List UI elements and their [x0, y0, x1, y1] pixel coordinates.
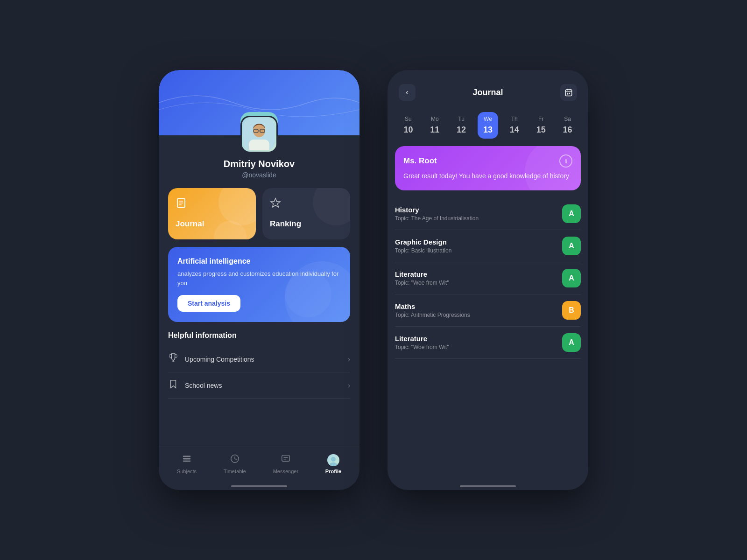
- day-name-th: Th: [511, 116, 518, 122]
- journal-card[interactable]: Journal: [168, 188, 256, 239]
- day-sa[interactable]: Sa 16: [557, 112, 578, 139]
- day-su[interactable]: Su 10: [398, 112, 418, 139]
- teacher-info-button[interactable]: ℹ: [559, 154, 572, 168]
- subjects-icon: [182, 454, 192, 466]
- ranking-card-icon: [270, 197, 343, 211]
- grade-literature: A: [562, 269, 581, 287]
- subject-name-literature: Literature: [395, 270, 562, 278]
- back-button[interactable]: ‹: [399, 84, 416, 101]
- timetable-icon: [230, 454, 240, 466]
- helpful-title: Helpful information: [168, 331, 350, 340]
- subject-name-history: History: [395, 206, 562, 214]
- journal-title: Journal: [472, 88, 503, 98]
- helpful-section: Helpful information Upcoming Competition…: [159, 322, 359, 447]
- profile-handle: @novaslide: [168, 171, 350, 179]
- day-fr[interactable]: Fr 15: [531, 112, 551, 139]
- ranking-card-label: Ranking: [270, 219, 343, 229]
- svg-rect-30: [567, 94, 568, 95]
- ai-title: Artificial intelligence: [177, 257, 341, 266]
- subject-literature: Literature Topic: "Woe from Wit" A: [395, 262, 581, 294]
- grade-maths: B: [562, 301, 581, 320]
- day-name-we: We: [484, 116, 492, 122]
- day-num-mo: 11: [430, 125, 439, 135]
- profile-name: Dmitriy Novikov: [168, 159, 350, 169]
- journal-header: ‹ Journal: [388, 70, 588, 108]
- day-name-fr: Fr: [538, 116, 543, 122]
- grade-graphic-design: A: [562, 237, 581, 255]
- profile-label: Profile: [325, 469, 341, 474]
- subjects-list: History Topic: The Age of Industrialisat…: [388, 198, 588, 483]
- day-name-sa: Sa: [564, 116, 571, 122]
- subject-topic-graphic-design: Topic: Basic illustration: [395, 247, 562, 254]
- upcoming-competitions-item[interactable]: Upcoming Competitions ›: [168, 346, 350, 372]
- bookmark-icon: [168, 379, 181, 392]
- day-th[interactable]: Th 14: [504, 112, 525, 139]
- nav-timetable[interactable]: Timetable: [219, 454, 251, 474]
- right-phone: ‹ Journal Su 10 Mo 11 Tu 12: [388, 70, 588, 490]
- teacher-header: Ms. Root ℹ: [403, 154, 572, 168]
- day-we[interactable]: We 13: [478, 112, 498, 139]
- avatar: [240, 116, 278, 153]
- info-icon: ℹ: [565, 158, 567, 165]
- school-news-item[interactable]: School news ›: [168, 372, 350, 399]
- calendar-button[interactable]: [560, 84, 577, 101]
- day-tu[interactable]: Tu 12: [451, 112, 472, 139]
- svg-line-19: [235, 459, 237, 460]
- profile-info: Dmitriy Novikov @novaslide: [159, 159, 359, 179]
- subject-history: History Topic: The Age of Industrialisat…: [395, 198, 581, 230]
- nav-profile[interactable]: Profile: [321, 454, 346, 474]
- svg-rect-2: [249, 140, 269, 150]
- subject-info-literature-2: Literature Topic: "Woe from Wit": [395, 335, 562, 350]
- svg-rect-20: [282, 455, 290, 462]
- grade-literature-2: A: [562, 333, 581, 352]
- left-phone: Dmitriy Novikov @novaslide Journal: [159, 70, 359, 490]
- home-indicator-right: [460, 485, 516, 487]
- day-name-mo: Mo: [431, 116, 439, 122]
- journal-card-icon: [176, 197, 248, 211]
- day-num-tu: 12: [457, 125, 466, 135]
- subject-topic-history: Topic: The Age of Industrialisation: [395, 215, 562, 222]
- timetable-label: Timetable: [224, 469, 246, 474]
- day-name-su: Su: [405, 116, 412, 122]
- svg-rect-29: [569, 93, 570, 94]
- subject-info-graphic-design: Graphic Design Topic: Basic illustration: [395, 238, 562, 254]
- teacher-name: Ms. Root: [403, 156, 437, 166]
- svg-rect-15: [183, 458, 191, 460]
- journal-card-label: Journal: [176, 219, 248, 229]
- bottom-nav: Subjects Timetable: [159, 447, 359, 483]
- nav-subjects[interactable]: Subjects: [172, 454, 201, 474]
- teacher-card: Ms. Root ℹ Great result today! You have …: [395, 146, 581, 190]
- messenger-label: Messenger: [273, 469, 298, 474]
- day-name-tu: Tu: [458, 116, 465, 122]
- start-analysis-button[interactable]: Start analysis: [177, 295, 240, 312]
- home-indicator: [231, 485, 287, 487]
- subject-maths: Maths Topic: Arithmetic Progressions B: [395, 294, 581, 327]
- svg-rect-16: [183, 461, 191, 462]
- profile-banner: [159, 70, 359, 135]
- trophy-icon: [168, 353, 181, 365]
- nav-messenger[interactable]: Messenger: [268, 454, 303, 474]
- subject-info-literature: Literature Topic: "Woe from Wit": [395, 270, 562, 286]
- subject-topic-literature: Topic: "Woe from Wit": [395, 280, 562, 286]
- subject-topic-maths: Topic: Arithmetic Progressions: [395, 312, 562, 318]
- teacher-message: Great result today! You have a good know…: [403, 171, 572, 181]
- grade-history: A: [562, 204, 581, 223]
- arrow-right-icon-2: ›: [348, 382, 350, 389]
- ai-description: analyzes progress and customizes educati…: [177, 269, 341, 287]
- ranking-card[interactable]: Ranking: [262, 188, 350, 239]
- day-mo[interactable]: Mo 11: [424, 112, 445, 139]
- subject-topic-literature-2: Topic: "Woe from Wit": [395, 344, 562, 350]
- week-calendar: Su 10 Mo 11 Tu 12 We 13 Th 14 Fr 15 Sa 1…: [388, 108, 588, 146]
- subject-literature-2: Literature Topic: "Woe from Wit" A: [395, 327, 581, 359]
- subject-name-maths: Maths: [395, 302, 562, 310]
- day-num-th: 14: [510, 125, 519, 135]
- messenger-icon: [281, 454, 291, 466]
- svg-rect-14: [183, 456, 191, 457]
- subject-name-literature-2: Literature: [395, 335, 562, 343]
- day-num-we: 13: [483, 125, 493, 135]
- upcoming-competitions-label: Upcoming Competitions: [185, 356, 348, 363]
- ai-banner: Artificial intelligence analyzes progres…: [168, 247, 350, 322]
- svg-rect-28: [567, 93, 568, 94]
- day-num-su: 10: [403, 125, 413, 135]
- day-num-sa: 16: [563, 125, 572, 135]
